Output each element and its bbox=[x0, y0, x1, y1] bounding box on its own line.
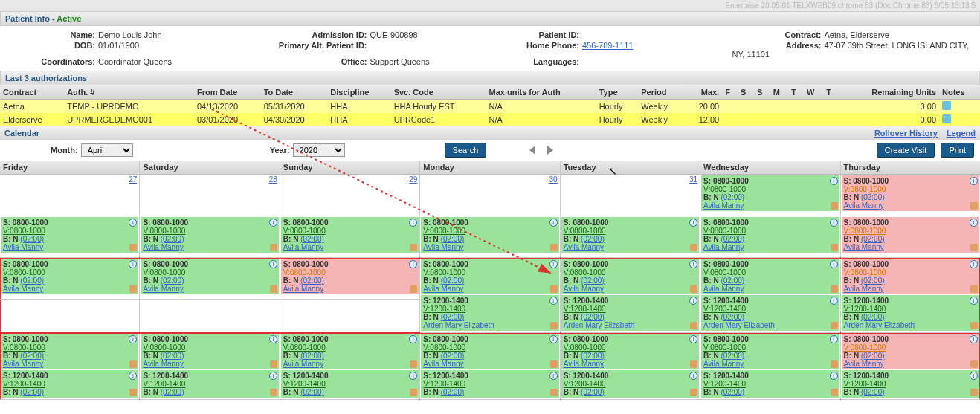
visit-block[interactable]: S: 0800-1000V:0800-1000B: N (02:00)Avila… bbox=[421, 217, 558, 253]
aide-link[interactable]: Avila Manny bbox=[423, 285, 463, 293]
calendar-cell[interactable]: 3S: 0800-1000V:0800-1000B: N (02:00)Avil… bbox=[0, 216, 139, 258]
visit-block[interactable]: S: 0800-1000V:0800-1000B: N (02:00)Avila… bbox=[842, 334, 979, 369]
info-icon[interactable]: i bbox=[830, 335, 838, 343]
visit-block[interactable]: S: 0800-1000V:0800-1000B: N (02:00)Avila… bbox=[561, 259, 699, 294]
tag-icon[interactable] bbox=[550, 389, 558, 396]
visit-duration-link[interactable]: (02:00) bbox=[300, 388, 324, 396]
visit-verified-link[interactable]: V:1200-1400 bbox=[844, 380, 977, 388]
auth-col-header[interactable]: From Date bbox=[194, 85, 261, 100]
info-icon[interactable]: i bbox=[830, 297, 838, 305]
info-icon[interactable]: i bbox=[549, 335, 558, 343]
rollover-history-link[interactable]: Rollover History bbox=[874, 129, 938, 138]
visit-verified-link[interactable]: V:1200-1400 bbox=[564, 380, 697, 388]
auth-col-header[interactable]: T bbox=[823, 85, 839, 100]
visit-block[interactable]: S: 0800-1000V:0800-1000B: N (02:00)Avila… bbox=[141, 334, 278, 369]
visit-verified-link[interactable]: V:0800-1000 bbox=[3, 343, 136, 352]
calendar-cell[interactable]: 21S: 0800-1000V:0800-1000B: N (02:00)Avi… bbox=[561, 333, 700, 400]
aide-link[interactable]: Avila Manny bbox=[423, 360, 463, 368]
date-link[interactable]: 28 bbox=[269, 175, 277, 184]
prev-arrow-icon[interactable] bbox=[529, 146, 535, 155]
calendar-cell[interactable]: 29 bbox=[280, 175, 419, 216]
aide-link[interactable]: Avila Manny bbox=[844, 201, 884, 210]
auth-col-header[interactable]: Type bbox=[596, 85, 639, 100]
visit-block[interactable]: S: 0800-1000V:0800-1000B: N (02:00)Avila… bbox=[281, 217, 419, 253]
aide-link[interactable]: Avila Manny bbox=[703, 360, 744, 368]
tag-icon[interactable] bbox=[970, 285, 978, 293]
visit-duration-link[interactable]: (02:00) bbox=[161, 352, 184, 360]
visit-verified-link[interactable]: V:0800-1000 bbox=[3, 227, 136, 235]
tag-icon[interactable] bbox=[270, 360, 277, 368]
auth-col-header[interactable]: Notes bbox=[939, 85, 980, 100]
info-icon[interactable]: i bbox=[970, 297, 978, 305]
create-visit-button[interactable]: Create Visit bbox=[877, 143, 935, 158]
visit-verified-link[interactable]: V:0800-1000 bbox=[423, 227, 556, 235]
calendar-cell[interactable]: 28 bbox=[140, 175, 279, 216]
visit-block[interactable]: S: 1200-1400V:1200-1400B: N (02:00)i bbox=[842, 370, 979, 398]
tag-icon[interactable] bbox=[129, 244, 137, 251]
calendar-cell[interactable]: 18S: 0800-1000V:0800-1000B: N (02:00)Avi… bbox=[140, 333, 279, 400]
info-icon[interactable]: i bbox=[970, 260, 978, 268]
visit-verified-link[interactable]: V:1200-1400 bbox=[143, 380, 276, 388]
visit-block[interactable]: S: 0800-1000V:0800-1000B: N (02:00)Avila… bbox=[1, 334, 138, 369]
visit-verified-link[interactable]: V:0800-1000 bbox=[143, 227, 276, 235]
visit-duration-link[interactable]: (02:00) bbox=[861, 352, 885, 360]
calendar-cell[interactable]: 14S: 0800-1000V:0800-1000B: N (02:00)Avi… bbox=[561, 258, 700, 333]
info-icon[interactable]: i bbox=[830, 260, 838, 268]
tag-icon[interactable] bbox=[550, 322, 558, 329]
visit-duration-link[interactable]: (02:00) bbox=[581, 352, 605, 360]
visit-verified-link[interactable]: V:0800-1000 bbox=[3, 268, 136, 276]
visit-duration-link[interactable]: (02:00) bbox=[861, 235, 885, 243]
aide-link[interactable]: Avila Manny bbox=[3, 360, 43, 368]
info-icon[interactable]: i bbox=[269, 335, 277, 343]
visit-block[interactable]: S: 0800-1000V:0800-1000B: N (02:00)Avila… bbox=[141, 217, 278, 253]
info-icon[interactable]: i bbox=[970, 372, 978, 380]
visit-duration-link[interactable]: (02:00) bbox=[441, 235, 465, 243]
tag-icon[interactable] bbox=[690, 360, 697, 368]
visit-verified-link[interactable]: V:0800-1000 bbox=[423, 343, 556, 352]
auth-col-header[interactable]: S bbox=[738, 85, 754, 100]
tag-icon[interactable] bbox=[970, 202, 978, 210]
auth-col-header[interactable]: Remaining Units bbox=[839, 85, 939, 100]
visit-verified-link[interactable]: V:0800-1000 bbox=[564, 343, 697, 352]
visit-duration-link[interactable]: (02:00) bbox=[20, 235, 44, 243]
tag-icon[interactable] bbox=[690, 389, 697, 396]
calendar-cell[interactable]: 2S: 0800-1000V:0800-1000B: N (02:00)Avil… bbox=[841, 175, 980, 216]
visit-duration-link[interactable]: (02:00) bbox=[20, 276, 44, 285]
calendar-cell[interactable]: 5S: 0800-1000V:0800-1000B: N (02:00)Avil… bbox=[280, 216, 419, 258]
visit-verified-link[interactable]: V:0800-1000 bbox=[423, 268, 556, 276]
visit-duration-link[interactable]: (02:00) bbox=[721, 352, 744, 360]
visit-block[interactable]: S: 1200-1400V:1200-1400B: N (02:00)Arden… bbox=[842, 295, 979, 331]
calendar-cell[interactable]: 4S: 0800-1000V:0800-1000B: N (02:00)Avil… bbox=[140, 216, 279, 258]
aide-link[interactable]: Arden Mary Elizabeth bbox=[423, 321, 494, 329]
info-icon[interactable]: i bbox=[549, 372, 558, 380]
visit-duration-link[interactable]: (02:00) bbox=[300, 276, 324, 285]
tag-icon[interactable] bbox=[129, 360, 137, 368]
visit-block[interactable]: S: 1200-1400V:1200-1400B: N (02:00)i bbox=[141, 370, 278, 398]
aide-link[interactable]: Avila Manny bbox=[564, 360, 604, 368]
visit-verified-link[interactable]: V:1200-1400 bbox=[564, 305, 697, 313]
tag-icon[interactable] bbox=[831, 244, 838, 251]
tag-icon[interactable] bbox=[270, 389, 277, 396]
aide-link[interactable]: Arden Mary Elizabeth bbox=[564, 321, 635, 329]
visit-block[interactable]: S: 0800-1000V:0800-1000B: N (02:00)Avila… bbox=[281, 259, 419, 294]
search-button[interactable]: Search bbox=[445, 143, 487, 158]
info-icon[interactable]: i bbox=[970, 177, 978, 185]
print-button[interactable]: Print bbox=[941, 143, 974, 158]
tag-icon[interactable] bbox=[270, 285, 277, 293]
tag-icon[interactable] bbox=[410, 285, 417, 293]
date-link[interactable]: 29 bbox=[409, 175, 417, 184]
legend-link[interactable]: Legend bbox=[947, 129, 976, 138]
visit-duration-link[interactable]: (02:00) bbox=[441, 276, 465, 285]
visit-block[interactable]: S: 0800-1000V:0800-1000B: N (02:00)Avila… bbox=[701, 334, 839, 369]
auth-col-header[interactable]: Contract bbox=[0, 85, 64, 100]
aide-link[interactable]: Avila Manny bbox=[143, 360, 183, 368]
visit-verified-link[interactable]: V:1200-1400 bbox=[283, 380, 416, 388]
aide-link[interactable]: Avila Manny bbox=[703, 285, 744, 293]
visit-duration-link[interactable]: (02:00) bbox=[861, 276, 885, 285]
tag-icon[interactable] bbox=[410, 389, 417, 396]
visit-verified-link[interactable]: V:0800-1000 bbox=[143, 343, 276, 352]
calendar-cell[interactable]: 17S: 0800-1000V:0800-1000B: N (02:00)Avi… bbox=[0, 333, 139, 400]
visit-block[interactable]: S: 1200-1400V:1200-1400B: N (02:00)i bbox=[421, 370, 558, 398]
visit-duration-link[interactable]: (02:00) bbox=[861, 193, 885, 201]
visit-duration-link[interactable]: (02:00) bbox=[581, 235, 605, 243]
